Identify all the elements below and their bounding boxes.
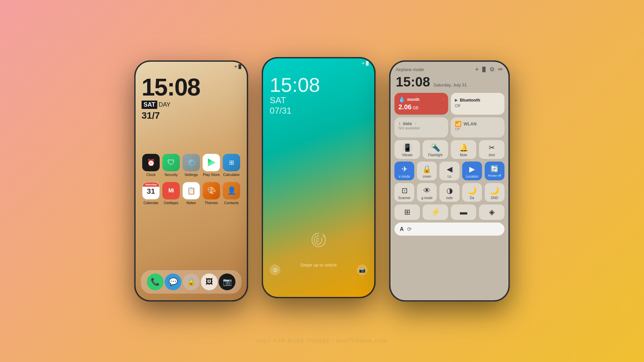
cc-wlan-tile[interactable]: 📶 WLAN Off	[451, 117, 504, 137]
cc-icon-row4: ⊞ ⚡ ▬ ◈	[390, 204, 508, 220]
app-themes-label: Themes	[205, 201, 218, 205]
cc-header-controls: ✈ ▉ ⚙ ✏	[475, 66, 503, 73]
cc-date: Saturday, July 31	[433, 82, 467, 87]
phone-lockscreen: ✈ ▉ 15:08 SAT 07/31 Sw	[262, 57, 376, 298]
cc-time: 15:08	[396, 74, 430, 89]
scanner-btn[interactable]: ⊡ Scanner	[394, 183, 414, 202]
dnd-btn[interactable]: 🌙 DND	[485, 183, 504, 202]
battery-icon-lock: ▉	[366, 61, 369, 66]
dock-camera[interactable]: 📷	[219, 274, 235, 290]
app-security-label: Security	[164, 173, 178, 177]
status-bar-2: ✈ ▉	[263, 58, 374, 68]
vibrate-btn[interactable]: 📳 Vibrate	[394, 140, 420, 159]
cc-tiles-row1: 💧 month ↑ 2.06 GB ▸ Bluetooth Off	[390, 93, 508, 115]
app-themes[interactable]: 🎨 Themes	[201, 182, 221, 205]
lock-clock: 15:08 SAT 07/31	[263, 68, 374, 119]
power-btn[interactable]: ⚡	[423, 204, 448, 220]
screenshot-btn[interactable]: ✂ shot	[479, 140, 504, 159]
airplane-icon: ✈	[234, 64, 237, 69]
app-settings-label: Settings	[184, 173, 198, 177]
fingerprint-area	[310, 232, 327, 253]
reading-mode-btn[interactable]: 👁 g mode	[417, 183, 437, 202]
lock-dot-btn[interactable]: ⊙	[270, 264, 280, 275]
bluetooth-title: Bluetooth	[460, 98, 480, 103]
mute-btn[interactable]: 🔔 Mute	[451, 140, 476, 159]
da-btn[interactable]: 🌙 Da	[462, 183, 482, 202]
lock-monthday: 07/31	[270, 106, 368, 116]
app-contacts[interactable]: 👤 Contacts	[221, 182, 241, 205]
app-notes[interactable]: 📋 Notes	[181, 182, 201, 205]
battery-status-icon: ▉	[482, 67, 486, 72]
app-calculator[interactable]: ⊞ Calculator	[221, 154, 241, 177]
dev-btn[interactable]: ◈	[479, 204, 504, 220]
app-contacts-label: Contacts	[224, 201, 238, 205]
app-calendar[interactable]: Saturday 31 Calendar	[141, 182, 161, 205]
location-btn[interactable]: ▶ Location	[462, 162, 482, 180]
app-settings[interactable]: ⚙️ Settings	[181, 154, 201, 177]
search-a-icon: A	[400, 226, 404, 232]
clock-widget: 15:08 SAT DAY 31/7	[136, 72, 247, 124]
airplane-status-icon: ✈	[475, 67, 479, 72]
airplane-icon-lock: ✈	[362, 61, 365, 66]
day-sat: SAT	[142, 101, 157, 109]
screen2-btn[interactable]: ▬	[451, 204, 476, 220]
clock-day: SAT DAY	[142, 101, 241, 109]
app-notes-label: Notes	[186, 201, 196, 205]
cc-header: Airplane mode ✈ ▉ ⚙ ✏	[390, 62, 508, 74]
app-security[interactable]: 🛡 Security	[161, 154, 181, 177]
screen-rec-btn[interactable]: ⊞	[394, 204, 420, 220]
app-getapps[interactable]: Mi GetApps	[161, 182, 181, 205]
cc-data-tile[interactable]: 💧 month ↑ 2.06 GB	[394, 93, 448, 115]
lock-day: SAT	[270, 95, 368, 106]
status-bar-1: ✈ ▉	[136, 62, 247, 72]
clock-date: 31/7	[142, 110, 241, 121]
rotate-btn[interactable]: 🔄 Rotate off	[485, 162, 504, 180]
dock-phone[interactable]: 📞	[147, 274, 164, 290]
phone-control-center: Airplane mode ✈ ▉ ⚙ ✏ 15:08 Saturday, Ju…	[389, 60, 510, 302]
cc-time-row: 15:08 Saturday, July 31	[390, 74, 508, 93]
cc-mobile-data-tile[interactable]: ↕ data ↑ Not available	[394, 117, 448, 137]
cc-bluetooth-tile[interactable]: ▸ Bluetooth Off	[451, 93, 504, 115]
lock-time: 15:08	[270, 75, 368, 95]
flashlight-btn[interactable]: 🔦 Flashlight	[423, 140, 448, 159]
phone-homescreen: ✈ ▉ 15:08 SAT DAY 31/7 ⏰ Clock 🛡 Securit…	[134, 60, 248, 302]
airplane-mode-btn[interactable]: ✈ e mode	[394, 162, 414, 180]
dark-mode-btn[interactable]: ◑ iode	[439, 183, 459, 202]
day-day: DAY	[159, 101, 171, 108]
dock-lock[interactable]: 🔒	[183, 274, 200, 290]
search-refresh-icon: ⟳	[407, 226, 499, 232]
cc-icon-row3: ⊡ Scanner 👁 g mode ◑ iode 🌙 Da 🌙 DND	[390, 183, 508, 202]
watermark: VISIT FOR MORE THEMES - MIUITHEMER.COM	[0, 338, 644, 344]
app-calculator-label: Calculator	[223, 173, 240, 177]
wlan-title: WLAN	[464, 121, 477, 126]
bluetooth-subtitle: Off	[455, 104, 500, 108]
app-clock[interactable]: ⏰ Clock	[141, 154, 161, 177]
lock-cam-btn[interactable]: 📷	[357, 264, 368, 275]
app-calendar-label: Calendar	[144, 201, 159, 205]
settings-icon[interactable]: ⚙	[489, 66, 495, 73]
app-clock-label: Clock	[146, 173, 156, 177]
wlan-subtitle: Off	[455, 127, 500, 131]
app-row-1: ⏰ Clock 🛡 Security ⚙️ Settings Play Stor…	[136, 151, 247, 179]
data-subtitle: Not available	[398, 126, 444, 130]
app-playstore[interactable]: Play Store	[201, 154, 221, 177]
cc-icon-row1: 📳 Vibrate 🔦 Flashlight 🔔 Mute ✂ shot	[390, 140, 508, 159]
clock-time: 15:08	[142, 75, 241, 99]
edit-icon[interactable]: ✏	[498, 66, 503, 73]
dock-gallery[interactable]: 🖼	[201, 274, 218, 290]
cc-tiles-row2: ↕ data ↑ Not available 📶 WLAN Off	[390, 117, 508, 137]
svg-marker-0	[208, 159, 216, 167]
dock-messages[interactable]: 💬	[165, 274, 181, 290]
cc-mode-label: Airplane mode	[396, 67, 424, 72]
lo-btn[interactable]: ◀ Lo	[439, 162, 459, 180]
app-row-2: Saturday 31 Calendar Mi GetApps 📋 Notes …	[136, 179, 247, 207]
battery-icon: ▉	[238, 64, 241, 69]
app-getapps-label: GetApps	[164, 201, 178, 205]
data-title: data	[403, 121, 412, 126]
fingerprint-icon	[310, 232, 327, 253]
dock: 📞 💬 🔒 🖼 📷	[141, 270, 241, 294]
cc-search-bar[interactable]: A ⟳	[394, 223, 504, 236]
cc-icon-row2: ✈ e mode 🔒 creen ◀ Lo ▶ Location 🔄 Rotat…	[390, 162, 508, 180]
app-playstore-label: Play Store	[203, 173, 220, 177]
screen-lock-btn[interactable]: 🔒 creen	[417, 162, 437, 180]
